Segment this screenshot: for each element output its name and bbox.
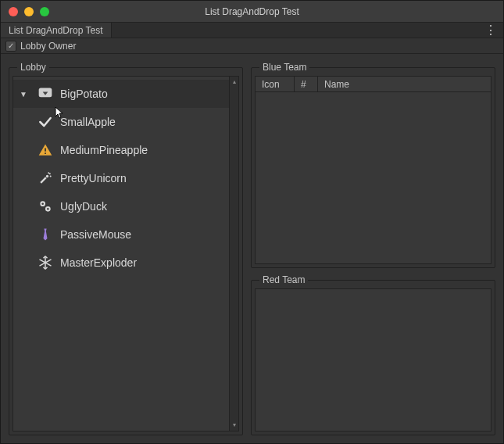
window-controls [9, 7, 49, 16]
lobby-item-label: PrettyUnicorn [60, 172, 127, 184]
dropdown-filled-icon [37, 85, 54, 102]
list-item[interactable]: SmallApple [13, 108, 238, 136]
gears-icon [37, 198, 54, 215]
lobby-item-label: UglyDuck [60, 200, 107, 213]
svg-point-5 [50, 176, 52, 177]
scroll-down-icon[interactable]: ▾ [231, 421, 237, 429]
column-header-name[interactable]: Name [318, 77, 491, 91]
svg-rect-2 [45, 152, 46, 154]
list-item[interactable]: PrettyUnicorn [13, 164, 238, 192]
menu-more-icon[interactable]: ⋮ [484, 23, 497, 38]
lobby-group: Lobby ▼ BigPotato [9, 62, 243, 435]
tie-icon [37, 226, 54, 243]
check-icon [37, 113, 54, 131]
svg-point-6 [48, 172, 49, 174]
list-item[interactable]: MasterExploder [13, 249, 238, 277]
snowflake-icon [37, 254, 54, 271]
svg-point-8 [41, 202, 44, 205]
lobby-item-label: BigPotato [60, 88, 108, 100]
minimize-window-button[interactable] [24, 7, 34, 16]
red-team-group: Red Team [251, 274, 495, 435]
lobby-item-label: PassiveMouse [60, 228, 131, 241]
chevron-down-icon: ▼ [20, 90, 30, 98]
svg-point-3 [46, 175, 48, 177]
column-header-icon[interactable]: Icon [256, 77, 295, 91]
lobby-owner-row: ✓ Lobby Owner [1, 38, 503, 54]
svg-point-10 [47, 208, 49, 210]
list-item[interactable]: PassiveMouse [13, 220, 238, 249]
lobby-owner-label: Lobby Owner [20, 41, 76, 52]
lobby-item-label: MediumPineapple [60, 144, 148, 156]
svg-rect-1 [45, 149, 46, 152]
lobby-item-label: SmallApple [60, 116, 116, 128]
scrollbar-vertical[interactable]: ▴ ▾ [229, 77, 238, 431]
scroll-up-icon[interactable]: ▴ [231, 78, 237, 86]
lobby-owner-checkbox[interactable]: ✓ [5, 41, 16, 52]
lobby-list[interactable]: ▼ BigPotato SmallApple [13, 76, 239, 431]
spray-icon [37, 170, 54, 187]
tabs-row: List DragAndDrop Test ⋮ [1, 23, 503, 38]
column-header-number[interactable]: # [295, 77, 318, 91]
lobby-title: Lobby [17, 62, 49, 73]
red-team-list[interactable] [255, 288, 491, 431]
tab-label: List DragAndDrop Test [9, 25, 103, 36]
window-title: List DragAndDrop Test [1, 6, 503, 17]
titlebar: List DragAndDrop Test [1, 1, 503, 23]
list-item[interactable]: MediumPineapple [13, 136, 238, 164]
warning-icon [37, 141, 54, 159]
list-item[interactable]: ▼ BigPotato [13, 80, 238, 108]
list-item[interactable]: UglyDuck [13, 192, 238, 220]
blue-team-title: Blue Team [259, 62, 309, 73]
tab-list-draganddrop-test[interactable]: List DragAndDrop Test [1, 23, 112, 38]
blue-team-group: Blue Team Icon # Name [251, 62, 495, 268]
maximize-window-button[interactable] [40, 7, 49, 16]
red-team-title: Red Team [259, 274, 308, 285]
lobby-item-label: MasterExploder [60, 256, 137, 269]
blue-team-list[interactable]: Icon # Name [255, 76, 491, 264]
close-window-button[interactable] [9, 7, 18, 16]
blue-team-header: Icon # Name [256, 77, 491, 92]
